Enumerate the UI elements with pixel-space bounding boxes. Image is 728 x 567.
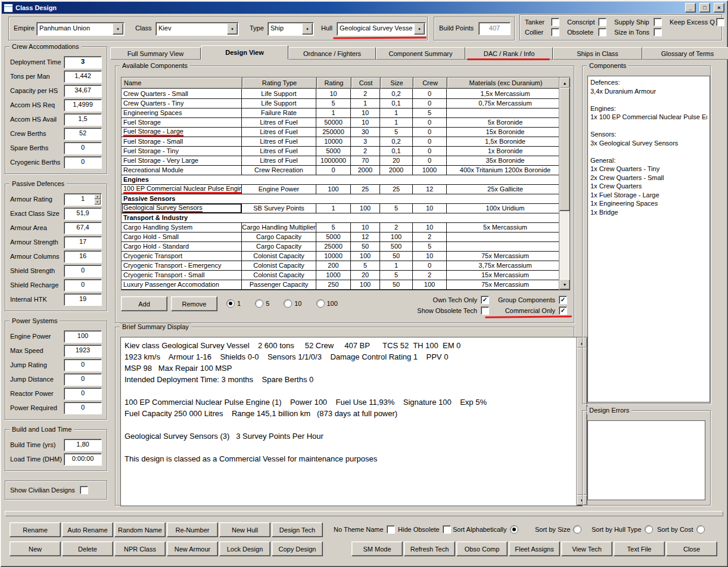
option-commercial-only[interactable]: Commercial Only✓ bbox=[480, 306, 567, 315]
shield-strength-value[interactable]: 0 bbox=[64, 265, 102, 277]
class-dropdown[interactable]: Kiev ▼ bbox=[155, 22, 239, 36]
add-button[interactable]: Add bbox=[121, 296, 167, 311]
tab-ships-in-class[interactable]: Ships in Class bbox=[553, 47, 642, 60]
table-row[interactable]: Crew Quarters - SmallLife Support1020,20… bbox=[122, 89, 558, 98]
collier-checkbox[interactable] bbox=[551, 28, 559, 36]
button-auto-rename[interactable]: Auto Rename bbox=[62, 522, 113, 537]
exact-class-size-value[interactable]: 51,9 bbox=[64, 207, 102, 220]
quantity-option-10[interactable]: 10 bbox=[284, 299, 301, 308]
jump-distance-value[interactable]: 0 bbox=[64, 373, 102, 386]
button-obso-comp[interactable]: Obso Comp bbox=[456, 541, 508, 556]
quantity-radio[interactable] bbox=[226, 299, 235, 308]
load-time-dhm-value[interactable]: 0:00:00 bbox=[64, 453, 102, 466]
design-errors-list[interactable] bbox=[587, 420, 705, 500]
button-re-number[interactable]: Re-Number bbox=[167, 522, 218, 537]
button-close[interactable]: Close bbox=[666, 541, 717, 556]
keep-excess-q-checkbox[interactable] bbox=[716, 18, 724, 26]
reactor-power-value[interactable]: 0 bbox=[64, 388, 102, 400]
flag-keep-excess-q[interactable]: Keep Excess Q bbox=[670, 18, 724, 26]
tab-component-summary[interactable]: Component Summary bbox=[376, 47, 465, 60]
power-required-value[interactable]: 0 bbox=[64, 402, 102, 414]
tanker-checkbox[interactable] bbox=[551, 18, 559, 26]
remove-button[interactable]: Remove bbox=[171, 296, 217, 311]
table-row[interactable]: Crew Quarters - TinyLife Support510,100,… bbox=[122, 98, 558, 108]
tab-full-summary-view[interactable]: Full Summary View bbox=[110, 47, 201, 60]
hull-dropdown[interactable]: Geological Survey Vesse ▼ bbox=[337, 22, 426, 36]
quantity-radio[interactable] bbox=[284, 299, 292, 308]
table-row[interactable]: Fuel Storage - TinyLitres of Fuel500020,… bbox=[122, 146, 558, 156]
button-random-name[interactable]: Random Name bbox=[114, 522, 166, 537]
button-copy-design[interactable]: Copy Design bbox=[272, 541, 323, 556]
button-view-tech[interactable]: View Tech bbox=[561, 541, 612, 556]
button-fleet-assigns[interactable]: Fleet Assigns bbox=[509, 541, 560, 556]
button-sm-mode[interactable]: SM Mode bbox=[351, 541, 403, 556]
table-row[interactable]: Cryogenic Transport - SmallColonist Capa… bbox=[122, 270, 558, 280]
sort-by-size-radio[interactable] bbox=[573, 525, 581, 534]
deployment-time-value[interactable]: 3 bbox=[64, 56, 102, 69]
radio-sort-alphabetically[interactable]: Sort Alphabetically bbox=[453, 525, 518, 534]
button-new[interactable]: New bbox=[10, 541, 61, 556]
quantity-option-100[interactable]: 100 bbox=[316, 299, 338, 308]
button-new-hull[interactable]: New Hull bbox=[219, 522, 270, 537]
table-row[interactable]: Fuel Storage - SmallLitres of Fuel100003… bbox=[122, 137, 558, 146]
spare-berths-value[interactable]: 0 bbox=[64, 142, 102, 154]
column-header-materials-exc-duranium[interactable]: Materials (exc Duranium) bbox=[447, 78, 565, 89]
table-row[interactable]: Luxury Passenger AccomodationPassenger C… bbox=[122, 280, 558, 289]
commercial-only-checkbox[interactable]: ✓ bbox=[559, 306, 567, 315]
button-lock-design[interactable]: Lock Design bbox=[219, 541, 270, 556]
build-points-value[interactable]: 407 bbox=[478, 22, 511, 35]
column-header-crew[interactable]: Crew bbox=[413, 78, 447, 89]
table-row[interactable]: Fuel Storage - LargeLitres of Fuel250000… bbox=[122, 127, 558, 137]
scroll-down-icon[interactable]: ▼ bbox=[559, 279, 570, 290]
components-list[interactable]: Defences:3,4x Duranium ArmourEngines:1x … bbox=[587, 76, 710, 402]
chevron-down-icon[interactable]: ▼ bbox=[302, 23, 313, 35]
minimize-button[interactable]: _ bbox=[685, 3, 696, 13]
column-header-name[interactable]: Name bbox=[122, 78, 242, 89]
close-icon[interactable]: × bbox=[714, 3, 724, 13]
button-design-tech[interactable]: Design Tech bbox=[272, 522, 323, 537]
internal-htk-value[interactable]: 19 bbox=[64, 293, 102, 306]
shield-recharge-value[interactable]: 0 bbox=[64, 279, 102, 292]
tab-ordnance-fighters[interactable]: Ordnance / Fighters bbox=[288, 47, 376, 60]
button-rename[interactable]: Rename bbox=[10, 522, 61, 537]
column-header-size[interactable]: Size bbox=[381, 78, 413, 89]
hide-obsolete-checkbox[interactable] bbox=[443, 525, 451, 534]
scrollbar-thumb[interactable] bbox=[559, 88, 570, 211]
maximize-button[interactable]: □ bbox=[699, 3, 710, 13]
button-new-armour[interactable]: New Armour bbox=[167, 541, 218, 556]
conscript-checkbox[interactable] bbox=[598, 18, 606, 26]
armour-rating-value[interactable]: 1▴▾ bbox=[64, 193, 102, 206]
show-civilian-designs[interactable]: Show Civilian Designs bbox=[9, 486, 103, 494]
spin-up-icon[interactable]: ▴ bbox=[94, 194, 101, 200]
table-row[interactable]: Geological Survey SensorsSB Survey Point… bbox=[122, 203, 558, 213]
table-row[interactable]: Transport & Industry bbox=[122, 213, 558, 222]
flag-tanker[interactable]: Tanker bbox=[525, 18, 559, 26]
spinner[interactable]: ▴▾ bbox=[94, 194, 101, 205]
table-row[interactable]: Cryogenic TransportColonist Capacity1000… bbox=[122, 251, 558, 261]
column-header-cost[interactable]: Cost bbox=[351, 78, 381, 89]
title-bar[interactable]: Class Design _ □ × bbox=[2, 2, 726, 14]
accom-hs-req-value[interactable]: 1,4999 bbox=[64, 99, 102, 111]
quantity-radio[interactable] bbox=[255, 299, 263, 308]
summary-text[interactable]: Kiev class Geological Survey Vessel 2 60… bbox=[120, 337, 587, 506]
flag-collier[interactable]: Collier bbox=[525, 28, 559, 36]
option-own-tech-only[interactable]: Own Tech Only✓ bbox=[387, 296, 489, 304]
show-civilian-checkbox[interactable] bbox=[80, 486, 88, 494]
table-row[interactable]: Engines bbox=[122, 175, 558, 184]
size-in-tons-checkbox[interactable] bbox=[654, 28, 662, 36]
obsolete-checkbox[interactable] bbox=[598, 28, 606, 36]
button-npr-class[interactable]: NPR Class bbox=[114, 541, 166, 556]
tab-dac-rank-info[interactable]: DAC / Rank / Info bbox=[465, 47, 553, 60]
radio-sort-by-size[interactable]: Sort by Size bbox=[535, 525, 581, 534]
cryogenic-berths-value[interactable]: 0 bbox=[64, 156, 102, 169]
check-no-theme-name[interactable]: No Theme Name bbox=[334, 525, 395, 534]
option-group-components[interactable]: Group Components✓ bbox=[480, 296, 567, 304]
table-row[interactable]: Fuel StorageLitres of Fuel5000010105x Bo… bbox=[122, 117, 558, 127]
chevron-down-icon[interactable]: ▼ bbox=[227, 23, 238, 35]
chevron-down-icon[interactable]: ▼ bbox=[414, 23, 425, 35]
column-header-rating-type[interactable]: Rating Type bbox=[242, 78, 317, 89]
tons-per-man-value[interactable]: 1,442 bbox=[64, 70, 102, 83]
empire-dropdown[interactable]: Panhuman Union ▼ bbox=[36, 22, 125, 36]
build-time-yrs-value[interactable]: 1,80 bbox=[64, 439, 102, 451]
accom-hs-avail-value[interactable]: 1,5 bbox=[64, 113, 102, 126]
